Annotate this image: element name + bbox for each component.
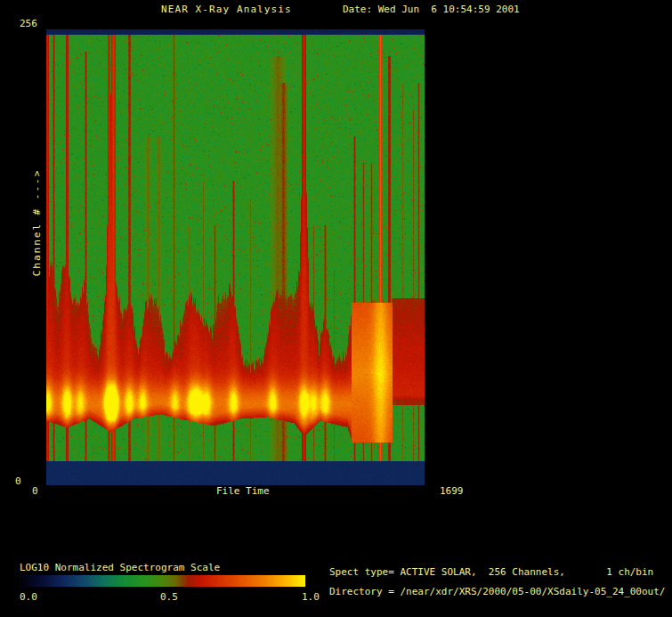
- x-axis-title: File Time: [216, 486, 270, 497]
- colorbar-tick-max: 1.0: [302, 592, 320, 603]
- near-xray-analysis-window: NEAR X-Ray Analysis Date: Wed Jun 6 10:5…: [0, 0, 672, 617]
- y-axis-title: Channel # --->: [32, 169, 43, 277]
- x-axis-min-label: 0: [32, 486, 38, 497]
- colorbar-gradient: [20, 575, 305, 587]
- spectrogram-plot: [46, 29, 425, 485]
- colorbar-title: LOG10 Normalized Spectrogram Scale: [20, 563, 220, 573]
- date-label: Date: Wed Jun 6 10:54:59 2001: [343, 4, 520, 15]
- y-axis-min-label: 0: [15, 476, 21, 487]
- page-title: NEAR X-Ray Analysis: [161, 4, 292, 15]
- spect-type-label: Spect type= ACTIVE SOLAR, 256 Channels, …: [329, 567, 653, 578]
- colorbar-tick-mid: 0.5: [160, 592, 178, 603]
- x-axis-max-label: 1699: [440, 486, 464, 497]
- y-axis-max-label: 256: [20, 19, 37, 29]
- directory-label: Directory = /near/xdr/XRS/2000/05-00/XSd…: [329, 587, 666, 597]
- colorbar-tick-min: 0.0: [20, 592, 37, 603]
